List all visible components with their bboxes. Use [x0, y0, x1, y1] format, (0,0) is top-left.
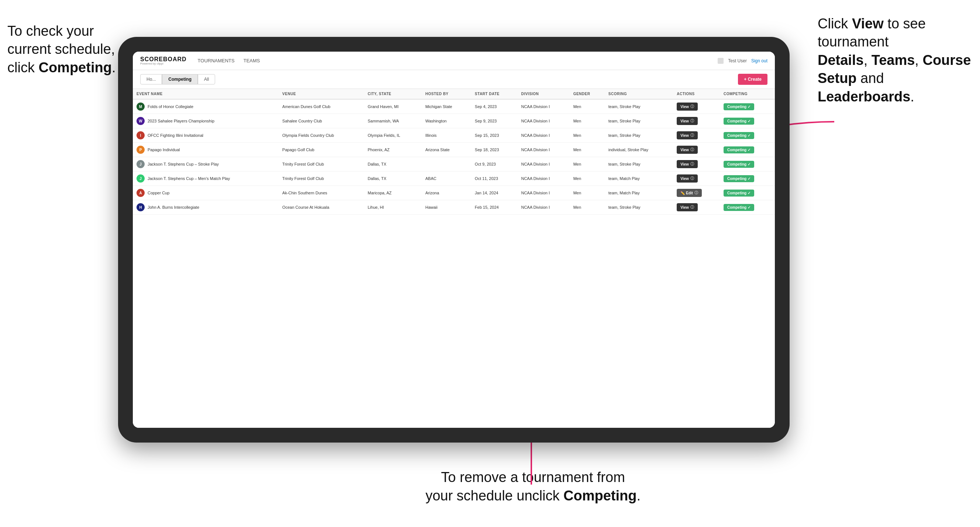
- cell-event-name: W 2023 Sahalee Players Championship: [133, 114, 278, 129]
- create-button[interactable]: + Create: [738, 74, 767, 85]
- team-logo: J: [137, 175, 145, 183]
- cell-actions: View ⓘ: [673, 99, 720, 114]
- cell-actions: View ⓘ: [673, 143, 720, 157]
- cell-start-date: Sep 18, 2023: [471, 143, 518, 157]
- table-header: EVENT NAME VENUE CITY, STATE HOSTED BY S…: [133, 89, 775, 99]
- cell-division: NCAA Division I: [517, 129, 570, 143]
- team-logo: J: [137, 160, 145, 168]
- cell-venue: Ocean Course At Hokuala: [278, 200, 364, 214]
- cell-city-state: Phoenix, AZ: [364, 143, 422, 157]
- tournaments-table: EVENT NAME VENUE CITY, STATE HOSTED BY S…: [133, 89, 775, 214]
- cell-gender: Men: [570, 171, 605, 186]
- cell-competing: Competing ✓: [720, 200, 775, 214]
- signout-link[interactable]: Sign out: [751, 58, 767, 63]
- cell-venue: Trinity Forest Golf Club: [278, 171, 364, 186]
- event-name-text: Papago Individual: [148, 148, 180, 152]
- cell-division: NCAA Division I: [517, 186, 570, 200]
- cell-event-name: P Papago Individual: [133, 143, 278, 157]
- navbar-left: SCOREBOARD Powered by clippi TOURNAMENTS…: [140, 56, 260, 65]
- cell-event-name: M Folds of Honor Collegiate: [133, 99, 278, 114]
- filter-tab-all[interactable]: All: [198, 74, 215, 84]
- cell-scoring: team, Match Play: [605, 171, 673, 186]
- action-button[interactable]: View ⓘ: [677, 117, 698, 125]
- navbar-right: Test User Sign out: [718, 58, 767, 64]
- tablet-device: SCOREBOARD Powered by clippi TOURNAMENTS…: [118, 37, 790, 443]
- cell-actions: View ⓘ: [673, 114, 720, 129]
- action-button[interactable]: View ⓘ: [677, 103, 698, 111]
- cell-hosted-by: Illinois: [422, 129, 471, 143]
- cell-venue: American Dunes Golf Club: [278, 99, 364, 114]
- cell-hosted-by: [422, 157, 471, 171]
- cell-gender: Men: [570, 99, 605, 114]
- cell-event-name: I OFCC Fighting Illini Invitational: [133, 129, 278, 143]
- competing-button[interactable]: Competing ✓: [724, 103, 754, 110]
- action-button[interactable]: View ⓘ: [677, 131, 698, 140]
- action-button[interactable]: View ⓘ: [677, 160, 698, 168]
- action-button[interactable]: ✏️ Edit ⓘ: [677, 189, 702, 197]
- cell-actions: View ⓘ: [673, 129, 720, 143]
- filter-tabs: Ho... Competing All: [140, 74, 215, 84]
- cell-actions: View ⓘ: [673, 171, 720, 186]
- cell-hosted-by: ABAC: [422, 171, 471, 186]
- table-row: A Copper Cup Ak-Chin Southern DunesMaric…: [133, 186, 775, 200]
- cell-gender: Men: [570, 200, 605, 214]
- cell-hosted-by: Arizona: [422, 186, 471, 200]
- team-logo: H: [137, 203, 145, 211]
- col-gender: GENDER: [570, 89, 605, 99]
- competing-button[interactable]: Competing ✓: [724, 132, 754, 139]
- table-row: M Folds of Honor Collegiate American Dun…: [133, 99, 775, 114]
- cell-scoring: team, Stroke Play: [605, 200, 673, 214]
- action-button[interactable]: View ⓘ: [677, 146, 698, 154]
- cell-city-state: Dallas, TX: [364, 171, 422, 186]
- nav-teams[interactable]: TEAMS: [243, 58, 260, 63]
- event-name-text: Jackson T. Stephens Cup – Stroke Play: [148, 162, 219, 166]
- cell-venue: Ak-Chin Southern Dunes: [278, 186, 364, 200]
- table-body: M Folds of Honor Collegiate American Dun…: [133, 99, 775, 214]
- competing-button[interactable]: Competing ✓: [724, 190, 754, 197]
- cell-scoring: team, Match Play: [605, 186, 673, 200]
- scoreboard-logo-title: SCOREBOARD: [140, 56, 187, 62]
- action-button[interactable]: View ⓘ: [677, 203, 698, 211]
- cell-division: NCAA Division I: [517, 171, 570, 186]
- nav-tournaments[interactable]: TOURNAMENTS: [198, 58, 235, 63]
- cell-event-name: H John A. Burns Intercollegiate: [133, 200, 278, 214]
- scoreboard-logo: SCOREBOARD Powered by clippi: [140, 56, 187, 65]
- col-scoring: SCORING: [605, 89, 673, 99]
- team-logo: I: [137, 131, 145, 140]
- cell-gender: Men: [570, 186, 605, 200]
- event-name-text: 2023 Sahalee Players Championship: [148, 119, 215, 123]
- event-name-text: John A. Burns Intercollegiate: [148, 205, 199, 210]
- competing-button[interactable]: Competing ✓: [724, 146, 754, 153]
- cell-hosted-by: Washington: [422, 114, 471, 129]
- competing-button[interactable]: Competing ✓: [724, 117, 754, 125]
- cell-start-date: Oct 9, 2023: [471, 157, 518, 171]
- cell-competing: Competing ✓: [720, 171, 775, 186]
- cell-hosted-by: Hawaii: [422, 200, 471, 214]
- cell-scoring: team, Stroke Play: [605, 129, 673, 143]
- cell-venue: Sahalee Country Club: [278, 114, 364, 129]
- col-hosted-by: HOSTED BY: [422, 89, 471, 99]
- cell-scoring: team, Stroke Play: [605, 114, 673, 129]
- col-event-name: EVENT NAME: [133, 89, 278, 99]
- cell-division: NCAA Division I: [517, 143, 570, 157]
- cell-gender: Men: [570, 143, 605, 157]
- team-logo: P: [137, 146, 145, 154]
- competing-button[interactable]: Competing ✓: [724, 175, 754, 182]
- cell-start-date: Jan 14, 2024: [471, 186, 518, 200]
- table-row: W 2023 Sahalee Players Championship Saha…: [133, 114, 775, 129]
- col-division: DIVISION: [517, 89, 570, 99]
- filter-tab-home[interactable]: Ho...: [140, 74, 162, 84]
- cell-start-date: Sep 9, 2023: [471, 114, 518, 129]
- team-logo: W: [137, 117, 145, 125]
- action-button[interactable]: View ⓘ: [677, 175, 698, 183]
- event-name-text: Copper Cup: [148, 190, 169, 195]
- competing-button[interactable]: Competing ✓: [724, 204, 754, 211]
- cell-start-date: Sep 4, 2023: [471, 99, 518, 114]
- competing-button[interactable]: Competing ✓: [724, 161, 754, 168]
- filter-tab-competing[interactable]: Competing: [162, 74, 198, 84]
- cell-competing: Competing ✓: [720, 99, 775, 114]
- col-city-state: CITY, STATE: [364, 89, 422, 99]
- cell-city-state: Olympia Fields, IL: [364, 129, 422, 143]
- scoreboard-logo-subtitle: Powered by clippi: [140, 62, 187, 65]
- tablet-screen: SCOREBOARD Powered by clippi TOURNAMENTS…: [133, 52, 775, 428]
